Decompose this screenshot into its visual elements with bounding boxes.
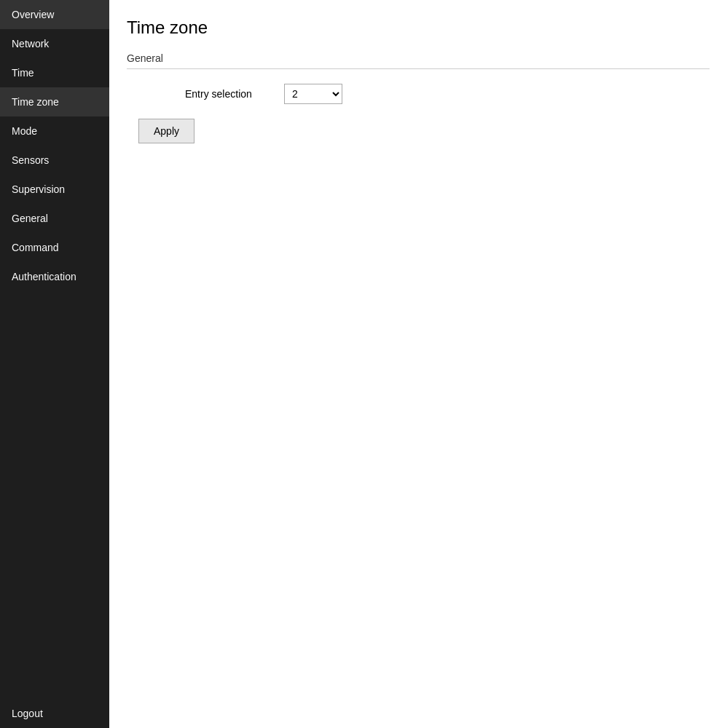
sidebar-item-timezone[interactable]: Time zone bbox=[0, 87, 109, 116]
entry-selection-dropdown[interactable]: 1 2 3 4 bbox=[284, 84, 342, 104]
sidebar-item-general[interactable]: General bbox=[0, 204, 109, 233]
entry-selection-row: Entry selection 1 2 3 4 bbox=[185, 84, 710, 104]
sidebar-item-network[interactable]: Network bbox=[0, 29, 109, 58]
sidebar-item-mode[interactable]: Mode bbox=[0, 116, 109, 146]
apply-button-row: Apply bbox=[133, 119, 710, 143]
page-title: Time zone bbox=[127, 17, 710, 38]
apply-button[interactable]: Apply bbox=[138, 119, 194, 143]
sidebar-item-command[interactable]: Command bbox=[0, 233, 109, 262]
sidebar-item-supervision[interactable]: Supervision bbox=[0, 175, 109, 204]
sidebar-item-time[interactable]: Time bbox=[0, 58, 109, 87]
main-content: Time zone General Entry selection 1 2 3 … bbox=[109, 0, 727, 728]
sidebar-item-overview[interactable]: Overview bbox=[0, 0, 109, 29]
sidebar-item-sensors[interactable]: Sensors bbox=[0, 146, 109, 175]
section-header-general: General bbox=[127, 52, 710, 69]
logout-button[interactable]: Logout bbox=[0, 699, 109, 728]
entry-selection-label: Entry selection bbox=[185, 88, 272, 100]
sidebar: Overview Network Time Time zone Mode Sen… bbox=[0, 0, 109, 728]
sidebar-item-authentication[interactable]: Authentication bbox=[0, 262, 109, 291]
